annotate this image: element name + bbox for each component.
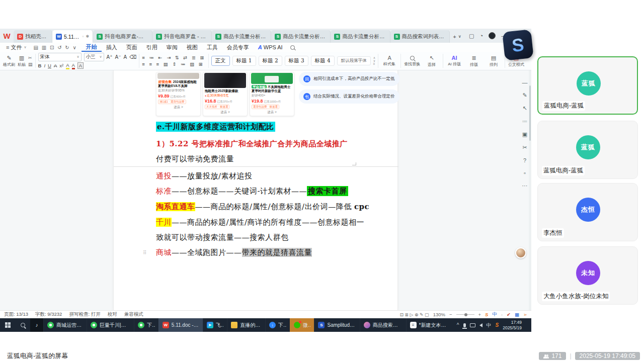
shrink-font-button[interactable]: A⁻ [115, 54, 121, 60]
tab-layout-icon[interactable]: ▢ [469, 33, 474, 39]
grow-font-button[interactable]: A⁺ [107, 54, 113, 60]
arrange-button[interactable]: ▤ 排列 [485, 55, 502, 67]
underline-button[interactable]: U [48, 63, 51, 68]
enter-shop-link[interactable]: 进店 > [252, 110, 292, 115]
style-heading-3[interactable]: 标题 3 [285, 56, 308, 66]
view-mode-icons[interactable]: ⊡ ≣ ▷ ⊕ ✎ ▢ [400, 312, 429, 317]
settings-icon[interactable]: ≔ [522, 118, 528, 125]
taskbar-item-download-2[interactable]: ↓ 下载 [265, 318, 290, 332]
zoom-in-button[interactable]: + [478, 312, 481, 317]
product-card-3[interactable]: 平台补贴 不臭脚拖鞋男士夏季时尚新款学生蓝 好评400+ ¥19.8已售1000… [250, 72, 294, 116]
clear-format-button[interactable]: ⌫ [129, 54, 136, 60]
zoom-out-button[interactable]: − [449, 312, 452, 317]
taskbar-item-notepad[interactable]: ≡ *新建文本文档... [406, 318, 454, 332]
pen-icon[interactable]: ✎ [522, 92, 527, 99]
italic-button[interactable]: I [44, 63, 45, 68]
taskbar-item-download-1[interactable]: 下载 [134, 318, 158, 332]
more-tabs-icon[interactable]: ∨ [458, 34, 461, 39]
highlight-color-button[interactable]: A [66, 62, 69, 69]
menu-tools[interactable]: 工具 [202, 43, 222, 52]
tab-pin-icon[interactable]: ▫ [83, 34, 84, 39]
clock[interactable]: 17:49 2025/5/19 [503, 320, 522, 330]
menu-review[interactable]: 审阅 [162, 43, 182, 52]
tab-sheet-2[interactable]: S 抖音电商罗盘 - 成交... [152, 30, 212, 43]
menu-wps-ai[interactable]: A WPS AI [254, 44, 287, 50]
participant-tile-3[interactable]: 杰恒 李杰恒 [537, 183, 638, 241]
menu-view[interactable]: 视图 [182, 43, 202, 52]
copy-icon[interactable]: ▤ [28, 62, 33, 67]
more-icon[interactable]: ⋯ [522, 183, 528, 189]
help-icon[interactable]: ? [523, 157, 526, 163]
style-default-font[interactable]: 默认段落字体 [337, 56, 371, 65]
taskbar-search-button[interactable] [15, 318, 30, 332]
search-icon[interactable] [290, 45, 295, 50]
select-button[interactable]: ↖ 选择 [423, 55, 440, 67]
character-shading-button[interactable]: A [77, 62, 84, 69]
file-menu[interactable]: ≡ 文件 ∨ [3, 44, 30, 51]
tab-doc-active[interactable]: W 5.11.doc ▫ ✱ [52, 30, 93, 43]
grid-icon[interactable]: ▦ [515, 312, 519, 317]
style-set-button[interactable]: A 样式集 [381, 55, 398, 67]
menu-reference[interactable]: 引用 [142, 43, 162, 52]
taskbar-item-feishu[interactable]: ➤ 飞书 [203, 318, 227, 332]
taskbar-item-folder[interactable]: 直播的讲课 [227, 318, 265, 332]
style-heading-4[interactable]: 标题 4 [311, 56, 335, 66]
menu-insert[interactable]: 插入 [102, 43, 122, 52]
zoom-slider[interactable] [456, 314, 474, 315]
menu-page[interactable]: 页面 [122, 43, 142, 52]
tab-sheet-4[interactable]: S 商品卡流量分析流量来... [271, 30, 331, 43]
style-body[interactable]: 正文 [211, 56, 230, 66]
participant-tile-1[interactable]: 蓝狐 蓝狐电商-蓝狐 [537, 56, 638, 115]
font-color-button[interactable]: A [72, 62, 75, 69]
presenter-camera-avatar[interactable] [515, 247, 526, 258]
cursor-icon[interactable]: ↖ [522, 105, 527, 112]
taskbar-item-wechat[interactable]: 微信 [290, 318, 314, 332]
paragraph-icons-row-2[interactable]: ≡ ≡ ≡ ▤ ⇕ ≔ ▨ ⊞ [142, 61, 205, 67]
gallery-more-icon[interactable]: ≡ [373, 62, 375, 65]
zoom-level[interactable]: 130% [433, 312, 445, 317]
ime-indicator[interactable]: 中 [487, 322, 492, 329]
taskbar-item-wps-doc[interactable]: W 5.11.doc - W... [158, 318, 203, 332]
paste-button[interactable]: ▥ 粘贴 [18, 55, 26, 67]
tab-sheet-6[interactable]: S 商品搜索词列表_统计... [390, 30, 450, 43]
menu-home[interactable]: 开始 [82, 43, 102, 52]
image-icon[interactable]: ▣ [522, 131, 527, 138]
tab-docer[interactable]: D 找稻壳模板 [14, 30, 52, 43]
new-tab-button[interactable]: + ∨ [450, 30, 464, 43]
sunlogin-tray-icon[interactable]: S [485, 312, 488, 317]
volume-icon[interactable] [479, 323, 482, 327]
enter-shop-link[interactable]: 进店 > [205, 110, 246, 115]
superscript-button[interactable]: x² [59, 63, 63, 68]
taskbar-item-browser-1[interactable]: 商城运营分-... [43, 318, 87, 332]
start-button[interactable] [0, 318, 15, 332]
tab-sheet-1[interactable]: S 抖音电商罗盘-成交分析 [93, 30, 152, 43]
taskbar-item-search-words[interactable]: 商品搜索词统... [360, 318, 406, 332]
skin-icon[interactable]: ◔ [480, 33, 484, 39]
vertical-scrollbar[interactable] [529, 70, 531, 310]
find-replace-button[interactable]: 查找替换 [404, 55, 421, 67]
bold-button[interactable]: B [38, 63, 42, 68]
product-card-1[interactable]: 好货合集 2024踩屎感拖鞋夏季男款EVA不臭脚 近30天好评率95% ¥9.8… [156, 72, 201, 116]
ime-indicator-icon[interactable]: 中 [492, 311, 497, 318]
scissors-icon[interactable]: ✂ [522, 144, 527, 151]
sunlogin-icon[interactable]: S [496, 322, 499, 328]
font-name-select[interactable]: 宋体 ∨ [38, 53, 82, 61]
text-effect-button[interactable]: A [123, 54, 127, 60]
paragraph-icons-row-1[interactable]: ≡ ≔ ⇤ ⇥ ⇅ ⇄ ≣ ⊞ [142, 55, 205, 60]
check-icon[interactable]: ✔ [507, 312, 511, 317]
mic-icon[interactable] [463, 323, 466, 327]
format-painter-button[interactable]: ✎ 格式刷 [3, 55, 15, 67]
product-card-2[interactable]: 拖鞋男士2025新款爆款 近30天降价5元 ¥16.8已售370+件 天天低价 … [203, 72, 248, 116]
taskbar-item-samplitude[interactable]: S Samplitude P... [314, 318, 359, 332]
style-heading-1[interactable]: 标题 1 [232, 56, 256, 66]
ai-typeset-button[interactable]: AI AI 排版 [446, 55, 463, 67]
display-icon[interactable] [470, 323, 475, 327]
taskbar-item-qianchuan[interactable]: 巨量千川|巨量... [87, 318, 134, 332]
style-heading-2[interactable]: 标题 2 [259, 56, 282, 66]
paragraph-drag-handle-icon[interactable]: ⠿ [143, 250, 146, 255]
word-count[interactable]: 字数: 9/3232 [35, 311, 62, 318]
strikethrough-button[interactable]: A [54, 63, 57, 68]
send-icon[interactable]: ➢ [523, 312, 527, 317]
participant-tile-2[interactable]: 蓝狐 蓝狐电商-蓝狐 [537, 121, 638, 179]
font-size-select[interactable]: 小三 ∨ [84, 53, 104, 61]
